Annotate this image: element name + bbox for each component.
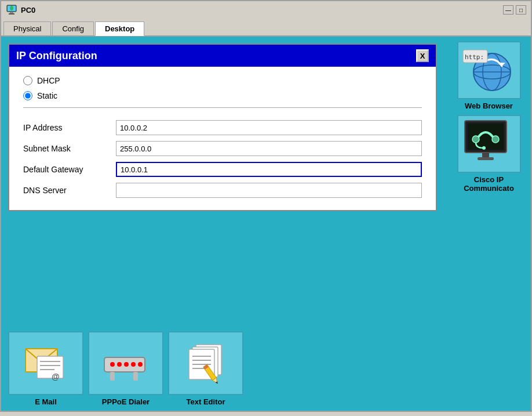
- svg-point-40: [472, 136, 479, 143]
- table-row: Default Gateway: [23, 159, 422, 180]
- dns-server-input[interactable]: [116, 183, 422, 198]
- text-editor-icon-box: [168, 331, 243, 395]
- pppoe-icon: [100, 340, 152, 386]
- default-gateway-label: Default Gateway: [23, 159, 116, 180]
- static-radio[interactable]: [23, 91, 32, 100]
- svg-point-41: [492, 136, 499, 143]
- cisco-ip-communicator-app[interactable]: Cisco IPCommunicato: [457, 115, 521, 193]
- text-editor-icon: [180, 340, 232, 386]
- dhcp-label: DHCP: [37, 76, 60, 85]
- svg-rect-44: [478, 157, 494, 160]
- computer-icon: [6, 4, 17, 16]
- ip-config-titlebar: IP Configuration X: [9, 45, 436, 67]
- tab-desktop[interactable]: Desktop: [95, 21, 144, 36]
- ip-config-close-button[interactable]: X: [416, 49, 429, 62]
- email-label: E Mail: [35, 397, 57, 406]
- web-browser-icon: http:: [460, 44, 518, 96]
- svg-point-4: [10, 6, 13, 10]
- ip-config-dialog: IP Configuration X DHCP Static: [8, 44, 437, 211]
- cisco-ip-communicator-label: Cisco IPCommunicato: [464, 175, 514, 193]
- title-bar-controls: — □: [503, 5, 526, 15]
- email-app[interactable]: @ E Mail: [8, 331, 83, 406]
- ip-address-field-cell: [116, 117, 422, 138]
- svg-point-13: [117, 362, 122, 367]
- svg-rect-17: [110, 372, 115, 381]
- text-editor-label: Text Editor: [187, 397, 225, 406]
- svg-rect-2: [9, 13, 14, 15]
- form-table: IP Address Subnet Mask Default Gateway: [23, 117, 422, 201]
- divider: [23, 107, 422, 108]
- svg-text:http:: http:: [465, 53, 484, 61]
- title-bar-left: PC0: [6, 4, 35, 16]
- subnet-mask-field-cell: [116, 138, 422, 159]
- static-label: Static: [37, 91, 57, 100]
- subnet-mask-label: Subnet Mask: [23, 138, 116, 159]
- default-gateway-input[interactable]: [116, 162, 422, 177]
- svg-rect-43: [482, 153, 489, 157]
- email-icon: @: [20, 340, 72, 386]
- dhcp-radio[interactable]: [23, 76, 32, 85]
- tab-config[interactable]: Config: [52, 21, 94, 36]
- pppoe-dialer-icon-box: [88, 331, 163, 395]
- web-browser-label: Web Browser: [465, 102, 513, 110]
- radio-group: DHCP Static: [23, 76, 422, 100]
- table-row: Subnet Mask: [23, 138, 422, 159]
- table-row: IP Address: [23, 117, 422, 138]
- tabs-bar: Physical Config Desktop: [0, 19, 532, 35]
- web-browser-app[interactable]: http: Web Browser: [457, 41, 521, 110]
- dns-server-field-cell: [116, 180, 422, 201]
- table-row: DNS Server: [23, 180, 422, 201]
- title-bar: PC0 — □: [0, 0, 532, 19]
- ip-config-body: DHCP Static IP Address: [9, 67, 436, 210]
- svg-point-15: [131, 362, 136, 367]
- web-browser-icon-box: http:: [457, 41, 521, 99]
- ip-address-input[interactable]: [116, 120, 422, 135]
- pppoe-dialer-label: PPPoE Dialer: [102, 397, 150, 406]
- pppoe-dialer-app[interactable]: PPPoE Dialer: [88, 331, 163, 406]
- ip-address-label: IP Address: [23, 117, 116, 138]
- dhcp-radio-item[interactable]: DHCP: [23, 76, 422, 85]
- email-icon-box: @: [8, 331, 83, 395]
- svg-point-12: [110, 362, 115, 367]
- right-sidebar: http: Web Browser: [447, 37, 531, 411]
- static-radio-item[interactable]: Static: [23, 91, 422, 100]
- svg-text:@: @: [52, 372, 60, 381]
- dns-server-label: DNS Server: [23, 180, 116, 201]
- main-content: IP Configuration X DHCP Static: [0, 35, 532, 412]
- bottom-apps: @ E Mail: [1, 327, 447, 411]
- ip-config-title: IP Configuration: [16, 50, 97, 62]
- cisco-ip-communicator-icon-box: [457, 115, 521, 173]
- maximize-button[interactable]: □: [516, 5, 526, 15]
- tab-physical[interactable]: Physical: [3, 21, 51, 36]
- svg-rect-1: [10, 12, 13, 13]
- default-gateway-field-cell: [116, 159, 422, 180]
- subnet-mask-input[interactable]: [116, 141, 422, 156]
- svg-point-14: [124, 362, 129, 367]
- text-editor-app[interactable]: Text Editor: [168, 331, 243, 406]
- window-title: PC0: [21, 6, 35, 15]
- svg-rect-18: [133, 372, 138, 381]
- cisco-ip-communicator-icon: [460, 118, 518, 170]
- svg-point-42: [482, 146, 486, 150]
- minimize-button[interactable]: —: [503, 5, 513, 15]
- svg-point-16: [138, 362, 143, 367]
- center-area: IP Configuration X DHCP Static: [1, 37, 447, 411]
